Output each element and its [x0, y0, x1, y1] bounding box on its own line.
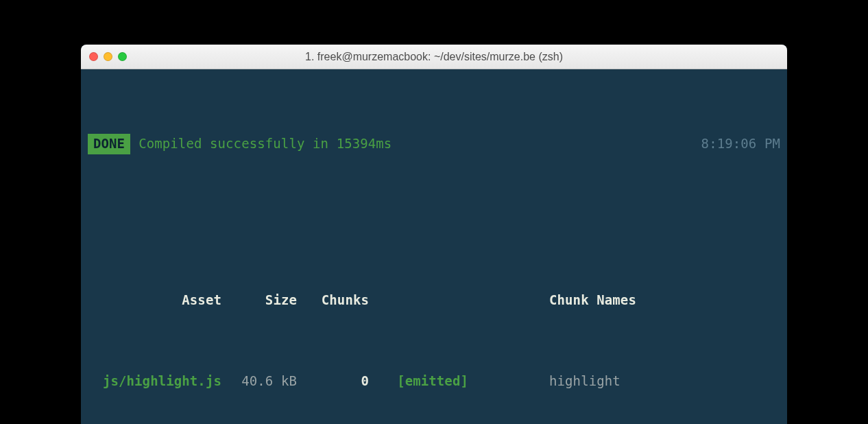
terminal-window: 1. freek@murzemacbook: ~/dev/sites/murze… [81, 45, 787, 424]
header-asset: Asset [88, 290, 221, 310]
status-message: Compiled successfully in 15394ms [138, 134, 701, 154]
asset-size: 40.6 kB [221, 371, 297, 391]
traffic-lights [89, 52, 127, 61]
big-tag [468, 371, 530, 391]
minimize-icon[interactable] [104, 52, 112, 61]
status-badge: DONE [88, 134, 130, 154]
status-time: 8:19:06 PM [701, 134, 780, 154]
asset-chunks: 0 [297, 371, 369, 391]
header-chunks: Chunks [297, 290, 369, 310]
asset-name: js/highlight.js [88, 371, 221, 391]
close-icon[interactable] [89, 52, 98, 61]
chunk-name: highlight [530, 371, 620, 391]
zoom-icon[interactable] [118, 52, 127, 61]
header-size: Size [221, 290, 297, 310]
table-row: js/highlight.js 40.6 kB 0 [emitted] high… [88, 371, 780, 391]
titlebar[interactable]: 1. freek@murzemacbook: ~/dev/sites/murze… [81, 45, 787, 69]
status-line: DONE Compiled successfully in 15394ms 8:… [88, 134, 780, 154]
terminal-body[interactable]: DONE Compiled successfully in 15394ms 8:… [81, 69, 787, 424]
window-title: 1. freek@murzemacbook: ~/dev/sites/murze… [89, 51, 779, 63]
emitted-tag: [emitted] [369, 371, 468, 391]
table-header-row: Asset Size Chunks Chunk Names [88, 290, 780, 310]
header-chunk-names: Chunk Names [530, 290, 636, 310]
